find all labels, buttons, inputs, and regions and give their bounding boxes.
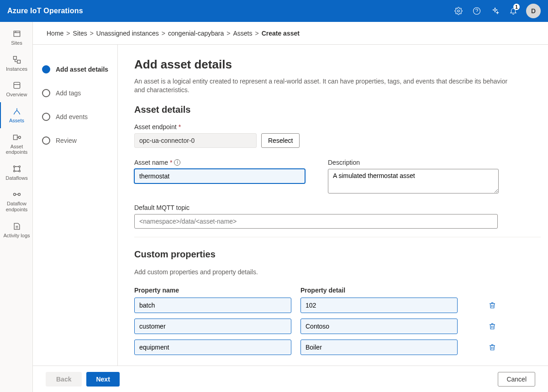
settings-button[interactable] <box>449 0 468 22</box>
topbar: Azure IoT Operations 1 D <box>0 0 548 22</box>
instances-icon <box>12 55 21 64</box>
step-add-events[interactable]: Add events <box>42 105 117 129</box>
mqtt-label: Default MQTT topic <box>134 204 190 211</box>
sidebar-item-asset-endpoints[interactable]: Asset endpoints <box>0 128 32 160</box>
required-indicator: * <box>179 123 181 131</box>
app-title: Azure IoT Operations <box>7 7 83 15</box>
activity-logs-icon <box>12 222 21 231</box>
required-indicator: * <box>170 159 172 166</box>
crumb-instance[interactable]: congenial-capybara <box>168 30 224 37</box>
prop-detail-header: Property detail <box>300 287 458 294</box>
help-button[interactable] <box>468 0 486 22</box>
asset-name-input[interactable] <box>134 169 305 183</box>
sidebar-label: Instances <box>6 66 27 72</box>
svg-point-11 <box>19 170 20 172</box>
property-name-input[interactable] <box>134 340 291 355</box>
crumb-home[interactable]: Home <box>47 30 63 37</box>
delete-property-button[interactable] <box>485 340 500 355</box>
sidebar-label: Overview <box>6 92 27 98</box>
crumb-assets[interactable]: Assets <box>233 30 252 37</box>
next-button[interactable]: Next <box>86 372 119 387</box>
property-detail-input[interactable] <box>300 340 458 355</box>
prop-name-header: Property name <box>134 287 291 294</box>
gear-icon <box>454 7 463 15</box>
whatsnew-button[interactable] <box>486 0 504 22</box>
svg-rect-4 <box>17 60 20 63</box>
sidebar-item-assets[interactable]: Assets <box>0 102 32 128</box>
step-label: Add tags <box>56 89 81 97</box>
page-intro: An asset is a logical entity created to … <box>134 77 518 94</box>
asset-name-label: Asset name <box>134 159 168 166</box>
sidebar-label: Dataflow endpoints <box>3 201 31 212</box>
divider <box>134 237 541 237</box>
asset-endpoint-label: Asset endpoint <box>134 123 177 131</box>
notifications-button[interactable]: 1 <box>504 0 522 22</box>
breadcrumb: Home> Sites> Unassigned instances> conge… <box>33 22 548 45</box>
description-input[interactable] <box>328 169 499 193</box>
overview-icon <box>12 81 21 90</box>
dataflows-icon <box>12 164 21 173</box>
sidebar-label: Sites <box>11 40 22 46</box>
mqtt-input[interactable] <box>134 214 498 229</box>
property-row <box>134 298 532 313</box>
sidebar-item-instances[interactable]: Instances <box>0 51 32 77</box>
asset-endpoints-icon <box>12 133 21 142</box>
property-name-input[interactable] <box>134 319 291 334</box>
info-icon[interactable]: i <box>174 159 180 166</box>
step-add-asset-details[interactable]: Add asset details <box>42 57 117 81</box>
cancel-button[interactable]: Cancel <box>498 372 535 387</box>
sidebar-item-dataflow-endpoints[interactable]: Dataflow endpoints <box>0 185 32 217</box>
property-rows <box>134 298 532 355</box>
avatar[interactable]: D <box>526 4 541 18</box>
crumb-current: Create asset <box>262 30 300 37</box>
svg-point-12 <box>13 193 16 196</box>
reselect-button[interactable]: Reselect <box>261 133 300 148</box>
back-button: Back <box>46 372 82 387</box>
sites-icon <box>12 29 21 38</box>
svg-point-8 <box>13 166 15 167</box>
step-label: Add events <box>56 113 88 120</box>
svg-rect-5 <box>14 83 20 89</box>
sidebar-item-dataflows[interactable]: Dataflows <box>0 160 32 186</box>
step-indicator-icon <box>42 136 50 145</box>
sidebar-item-overview[interactable]: Overview <box>0 76 32 102</box>
help-icon <box>473 7 481 15</box>
svg-point-1 <box>474 8 480 15</box>
trash-icon <box>488 322 496 330</box>
property-name-input[interactable] <box>134 298 291 313</box>
svg-point-7 <box>18 136 21 138</box>
trash-icon <box>488 343 496 351</box>
section-custom-properties: Custom properties <box>134 249 532 260</box>
svg-rect-3 <box>13 56 16 59</box>
step-label: Review <box>56 137 77 144</box>
asset-endpoint-value: opc-ua-connector-0 <box>134 133 257 148</box>
page-title: Add asset details <box>134 57 532 72</box>
property-detail-input[interactable] <box>300 319 458 334</box>
sparkle-icon <box>491 7 499 15</box>
svg-point-13 <box>18 193 20 196</box>
step-indicator-icon <box>42 65 50 73</box>
step-indicator-icon <box>42 113 50 121</box>
section-asset-details: Asset details <box>134 105 532 115</box>
left-sidebar: Sites Instances Overview Assets Asset en… <box>0 22 33 392</box>
step-add-tags[interactable]: Add tags <box>42 81 117 105</box>
step-review[interactable]: Review <box>42 129 117 152</box>
form-scroll[interactable]: Add asset details An asset is a logical … <box>118 45 548 366</box>
wizard-footer: Back Next Cancel <box>33 366 548 392</box>
crumb-unassigned[interactable]: Unassigned instances <box>96 30 159 37</box>
trash-icon <box>488 301 496 309</box>
delete-property-button[interactable] <box>485 319 500 334</box>
svg-rect-6 <box>13 135 17 140</box>
step-indicator-icon <box>42 89 50 97</box>
delete-property-button[interactable] <box>485 298 500 313</box>
wizard-steps: Add asset details Add tags Add events Re… <box>33 45 118 366</box>
assets-icon <box>12 107 21 116</box>
description-label: Description <box>328 159 360 166</box>
notification-badge: 1 <box>513 4 520 10</box>
sidebar-label: Assets <box>9 118 24 124</box>
sidebar-item-activity-logs[interactable]: Activity logs <box>0 217 32 243</box>
crumb-sites[interactable]: Sites <box>73 30 87 37</box>
sidebar-item-sites[interactable]: Sites <box>0 25 32 51</box>
sidebar-label: Activity logs <box>3 233 30 239</box>
property-detail-input[interactable] <box>300 298 458 313</box>
